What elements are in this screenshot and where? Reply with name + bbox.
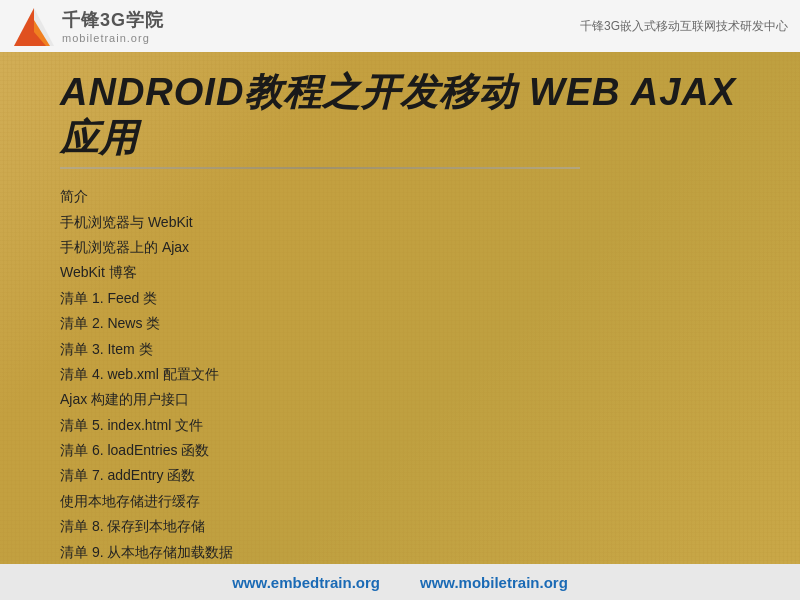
list-item: Ajax 构建的用户接口: [60, 388, 740, 410]
footer-link-embed[interactable]: www.embedtrain.org: [232, 574, 380, 591]
footer: www.embedtrain.org www.mobiletrain.org: [0, 564, 800, 600]
list-item: 清单 8. 保存到本地存储: [60, 515, 740, 537]
main-content: ANDROID教程之开发移动 WEB AJAX 应用 简介手机浏览器与 WebK…: [0, 52, 800, 598]
title-line2: 应用: [60, 117, 138, 159]
logo-icon: [12, 4, 56, 48]
logo-subtitle: mobiletrain.org: [62, 32, 164, 44]
list-item: 清单 4. web.xml 配置文件: [60, 363, 740, 385]
logo-title: 千锋3G学院: [62, 8, 164, 32]
header: 千锋3G学院 mobiletrain.org 千锋3G嵌入式移动互联网技术研发中…: [0, 0, 800, 52]
page-title: ANDROID教程之开发移动 WEB AJAX 应用: [60, 70, 740, 161]
list-item: 简介: [60, 185, 740, 207]
title-underline: [60, 167, 580, 169]
list-item: 清单 5. index.html 文件: [60, 414, 740, 436]
list-item: WebKit 博客: [60, 261, 740, 283]
header-right: 千锋3G嵌入式移动互联网技术研发中心: [580, 18, 788, 35]
list-item: 手机浏览器上的 Ajax: [60, 236, 740, 258]
content-list: 简介手机浏览器与 WebKit手机浏览器上的 AjaxWebKit 博客清单 1…: [60, 185, 740, 588]
list-item: 使用本地存储进行缓存: [60, 490, 740, 512]
list-item: 清单 9. 从本地存储加载数据: [60, 541, 740, 563]
list-item: 清单 2. News 类: [60, 312, 740, 334]
list-item: 清单 7. addEntry 函数: [60, 464, 740, 486]
list-item: 清单 1. Feed 类: [60, 287, 740, 309]
svg-marker-1: [14, 8, 34, 46]
footer-link-mobile[interactable]: www.mobiletrain.org: [420, 574, 568, 591]
title-line1: ANDROID教程之开发移动 WEB AJAX: [60, 71, 736, 113]
list-item: 清单 6. loadEntries 函数: [60, 439, 740, 461]
list-item: 手机浏览器与 WebKit: [60, 211, 740, 233]
list-item: 清单 3. Item 类: [60, 338, 740, 360]
logo-text-area: 千锋3G学院 mobiletrain.org: [62, 8, 164, 44]
logo-area: 千锋3G学院 mobiletrain.org: [12, 4, 164, 48]
